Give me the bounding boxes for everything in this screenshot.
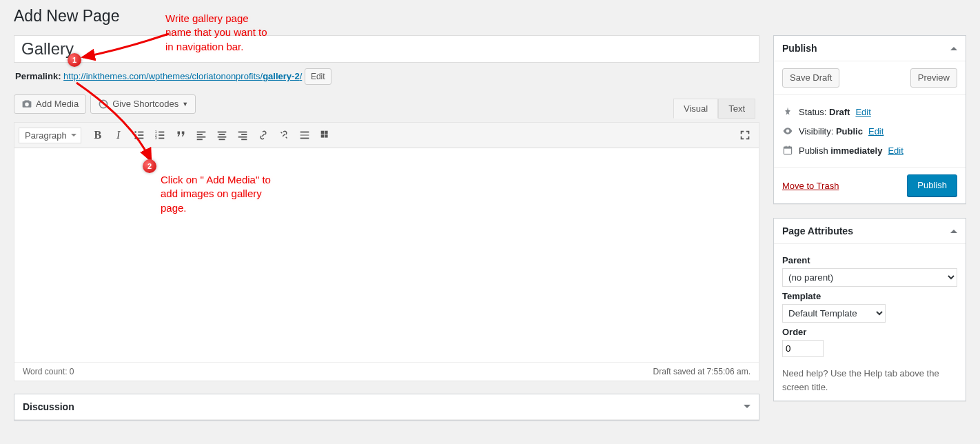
fullscreen-button[interactable] <box>735 125 755 145</box>
tab-visual[interactable]: Visual <box>673 99 718 119</box>
svg-rect-29 <box>320 134 324 138</box>
publish-schedule-label: Publish immediately <box>799 145 882 156</box>
svg-rect-15 <box>196 139 202 140</box>
toolbar-toggle-button[interactable] <box>316 125 335 145</box>
svg-rect-7 <box>159 132 164 133</box>
format-select[interactable]: Paragraph <box>19 128 81 143</box>
give-shortcodes-button[interactable]: Give Shortcodes ▼ <box>90 94 196 114</box>
svg-rect-32 <box>784 147 791 148</box>
page-attributes-toggle[interactable]: Page Attributes <box>774 219 966 244</box>
eye-icon <box>782 125 793 137</box>
svg-rect-14 <box>196 137 205 138</box>
svg-rect-22 <box>238 137 247 138</box>
pin-icon <box>782 106 793 117</box>
publish-toggle[interactable]: Publish <box>774 36 966 61</box>
svg-rect-30 <box>325 134 328 138</box>
template-select[interactable]: Default Template <box>782 304 886 323</box>
svg-rect-19 <box>218 139 225 140</box>
save-draft-button[interactable]: Save Draft <box>782 68 839 88</box>
svg-rect-26 <box>300 138 309 139</box>
insert-more-button[interactable] <box>295 125 314 145</box>
word-count: Word count: 0 <box>23 367 74 376</box>
discussion-title: Discussion <box>23 401 74 412</box>
order-input[interactable] <box>782 340 824 357</box>
editor-box: Paragraph B I 123 <box>14 122 759 381</box>
svg-rect-1 <box>138 132 143 133</box>
svg-rect-17 <box>218 134 225 135</box>
unlink-button[interactable] <box>274 125 294 145</box>
annotation-1-marker: 1 <box>68 53 81 67</box>
svg-rect-18 <box>217 137 226 138</box>
calendar-icon <box>782 145 793 156</box>
chevron-up-icon <box>950 226 957 233</box>
publish-button[interactable]: Publish <box>907 174 957 196</box>
svg-rect-9 <box>159 134 164 136</box>
page-attributes-box: Page Attributes Parent (no parent) Templ… <box>773 218 966 401</box>
add-media-button[interactable]: Add Media <box>14 94 86 114</box>
permalink-label: Permalink: <box>15 71 61 81</box>
bullet-list-button[interactable] <box>130 125 149 145</box>
parent-select[interactable]: (no parent) <box>782 268 957 287</box>
publish-title: Publish <box>782 43 817 54</box>
svg-rect-27 <box>320 131 324 134</box>
move-to-trash-link[interactable]: Move to Trash <box>782 181 839 191</box>
svg-rect-24 <box>300 132 309 133</box>
parent-label: Parent <box>782 255 957 265</box>
visibility-label: Visibility: Public <box>799 126 863 137</box>
editor-toolbar: Paragraph B I 123 <box>14 123 759 148</box>
chevron-up-icon <box>950 43 957 50</box>
annotation-2-marker: 2 <box>143 159 156 173</box>
preview-button[interactable]: Preview <box>910 68 957 88</box>
align-center-button[interactable] <box>212 125 232 145</box>
svg-rect-11 <box>159 138 164 139</box>
numbered-list-button[interactable]: 123 <box>150 125 170 145</box>
editor-content-area[interactable]: 2 Click on " Add Media" to add images on… <box>14 148 759 362</box>
camera-icon <box>21 99 32 110</box>
schedule-edit-link[interactable]: Edit <box>888 145 903 156</box>
permalink-row: Permalink: http://inkthemes.com/wpthemes… <box>15 68 759 85</box>
svg-point-4 <box>134 137 136 139</box>
svg-point-0 <box>134 131 136 133</box>
svg-rect-28 <box>325 131 328 134</box>
discussion-toggle[interactable]: Discussion <box>14 394 759 420</box>
annotation-2-text: Click on " Add Media" to add images on g… <box>161 173 271 215</box>
attributes-help-text: Need help? Use the Help tab above the sc… <box>782 367 957 394</box>
bold-button[interactable]: B <box>88 125 108 145</box>
svg-rect-13 <box>196 134 202 135</box>
svg-text:3: 3 <box>155 136 157 140</box>
svg-rect-34 <box>789 146 790 148</box>
draft-saved-status: Draft saved at 7:55:06 am. <box>653 367 751 376</box>
svg-rect-5 <box>138 138 143 139</box>
page-heading: Add New Page <box>14 7 966 26</box>
chevron-down-icon <box>744 405 751 412</box>
order-label: Order <box>782 327 957 337</box>
italic-button[interactable]: I <box>109 125 128 145</box>
template-label: Template <box>782 291 957 301</box>
page-title-input[interactable] <box>14 35 759 63</box>
visibility-edit-link[interactable]: Edit <box>868 126 884 137</box>
discussion-box: Discussion <box>14 394 759 421</box>
permalink-link[interactable]: http://inkthemes.com/wpthemes/cloriatono… <box>63 71 302 81</box>
svg-rect-12 <box>196 132 205 133</box>
svg-rect-20 <box>238 132 247 133</box>
svg-rect-21 <box>241 134 247 135</box>
blockquote-button[interactable] <box>171 125 190 145</box>
svg-rect-23 <box>241 139 247 140</box>
status-label: Status: Draft <box>799 107 850 117</box>
svg-rect-25 <box>300 134 309 136</box>
permalink-edit-button[interactable]: Edit <box>305 68 331 85</box>
tab-text[interactable]: Text <box>718 99 755 119</box>
give-icon <box>98 99 109 110</box>
publish-box: Publish Save Draft Preview Status: Draft… <box>773 35 966 204</box>
align-left-button[interactable] <box>192 125 211 145</box>
page-attributes-title: Page Attributes <box>782 225 853 236</box>
svg-rect-33 <box>786 146 787 148</box>
align-right-button[interactable] <box>233 125 252 145</box>
svg-rect-16 <box>217 132 226 133</box>
svg-point-2 <box>134 134 136 137</box>
status-edit-link[interactable]: Edit <box>855 107 870 117</box>
link-button[interactable] <box>254 125 273 145</box>
svg-rect-3 <box>138 134 143 136</box>
